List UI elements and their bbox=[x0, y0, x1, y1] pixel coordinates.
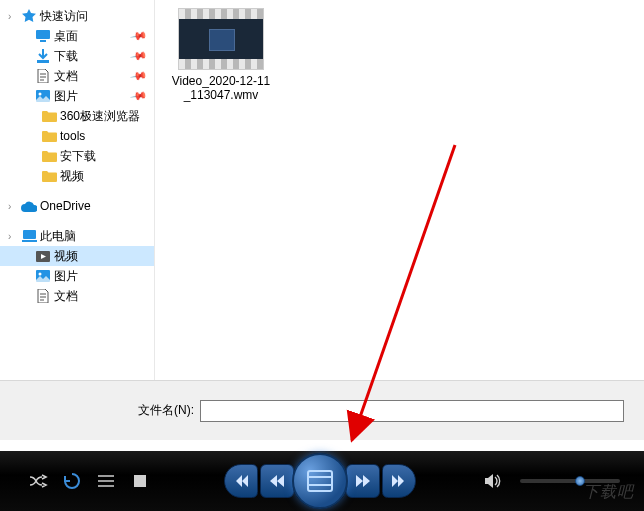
sidebar-item-label: 文档 bbox=[52, 68, 78, 85]
sidebar-item-label: 此电脑 bbox=[38, 228, 76, 245]
rewind-button[interactable] bbox=[260, 464, 294, 498]
folder-icon bbox=[40, 170, 58, 182]
desktop-icon bbox=[34, 30, 52, 42]
sidebar-item-label: 视频 bbox=[52, 248, 78, 265]
pin-icon: 📌 bbox=[130, 47, 149, 66]
cloud-icon bbox=[20, 201, 38, 212]
sidebar-item-5[interactable]: 360极速浏览器 bbox=[0, 106, 154, 126]
repeat-button[interactable] bbox=[58, 467, 86, 495]
sidebar-item-label: 视频 bbox=[58, 168, 84, 185]
sidebar: ›快速访问桌面📌下载📌文档📌图片📌360极速浏览器tools安下载视频›OneD… bbox=[0, 0, 155, 380]
document-icon bbox=[34, 69, 52, 83]
forward-button[interactable] bbox=[346, 464, 380, 498]
sidebar-item-label: 快速访问 bbox=[38, 8, 88, 25]
sidebar-item-label: 文档 bbox=[52, 288, 78, 305]
file-explorer: ›快速访问桌面📌下载📌文档📌图片📌360极速浏览器tools安下载视频›OneD… bbox=[0, 0, 644, 380]
next-button[interactable] bbox=[382, 464, 416, 498]
computer-icon bbox=[20, 230, 38, 242]
sidebar-item-10[interactable]: ›此电脑 bbox=[0, 226, 154, 246]
videos-icon bbox=[34, 251, 52, 262]
volume-thumb[interactable] bbox=[575, 476, 585, 486]
file-list: Video_2020-12-11_113047.wmv bbox=[155, 0, 644, 380]
sidebar-item-9[interactable]: ›OneDrive bbox=[0, 196, 154, 216]
pictures-icon bbox=[34, 90, 52, 102]
library-button[interactable] bbox=[292, 453, 348, 509]
expand-icon[interactable]: › bbox=[8, 11, 20, 22]
sidebar-item-label: 下载 bbox=[52, 48, 78, 65]
svg-rect-1 bbox=[40, 40, 46, 42]
pictures-icon bbox=[34, 270, 52, 282]
expand-icon[interactable]: › bbox=[8, 231, 20, 242]
folder-icon bbox=[40, 110, 58, 122]
sidebar-item-8[interactable]: 视频 bbox=[0, 166, 154, 186]
pin-icon: 📌 bbox=[130, 67, 149, 86]
sidebar-item-label: 360极速浏览器 bbox=[58, 108, 140, 125]
sidebar-item-11[interactable]: 视频 bbox=[0, 246, 154, 266]
sidebar-item-7[interactable]: 安下载 bbox=[0, 146, 154, 166]
sidebar-item-label: 安下载 bbox=[58, 148, 96, 165]
svg-rect-4 bbox=[23, 230, 36, 239]
filename-input[interactable] bbox=[200, 400, 624, 422]
sidebar-item-label: tools bbox=[58, 129, 85, 143]
file-item[interactable]: Video_2020-12-11_113047.wmv bbox=[171, 8, 271, 102]
sidebar-item-2[interactable]: 下载📌 bbox=[0, 46, 154, 66]
svg-rect-0 bbox=[36, 30, 50, 39]
sidebar-item-label: 图片 bbox=[52, 88, 78, 105]
folder-icon bbox=[40, 150, 58, 162]
pin-icon: 📌 bbox=[130, 87, 149, 106]
sidebar-item-1[interactable]: 桌面📌 bbox=[0, 26, 154, 46]
filename-label: 文件名(N): bbox=[0, 402, 200, 419]
star-icon bbox=[20, 9, 38, 23]
volume-slider[interactable] bbox=[520, 479, 620, 483]
sidebar-item-4[interactable]: 图片📌 bbox=[0, 86, 154, 106]
sidebar-item-label: 桌面 bbox=[52, 28, 78, 45]
folder-icon bbox=[40, 130, 58, 142]
center-controls bbox=[224, 453, 416, 509]
volume-button[interactable] bbox=[480, 467, 508, 495]
svg-rect-8 bbox=[134, 475, 146, 487]
sidebar-item-0[interactable]: ›快速访问 bbox=[0, 6, 154, 26]
previous-button[interactable] bbox=[224, 464, 258, 498]
sidebar-item-13[interactable]: 文档 bbox=[0, 286, 154, 306]
video-thumbnail bbox=[178, 8, 264, 70]
document-icon bbox=[34, 289, 52, 303]
filename-bar: 文件名(N): bbox=[0, 380, 644, 440]
sidebar-item-3[interactable]: 文档📌 bbox=[0, 66, 154, 86]
shuffle-button[interactable] bbox=[24, 467, 52, 495]
file-name: Video_2020-12-11_113047.wmv bbox=[171, 74, 271, 102]
player-bar bbox=[0, 451, 644, 511]
sidebar-item-6[interactable]: tools bbox=[0, 126, 154, 146]
download-icon bbox=[34, 49, 52, 63]
volume-control bbox=[480, 467, 620, 495]
stop-button[interactable] bbox=[126, 467, 154, 495]
svg-point-7 bbox=[39, 273, 42, 276]
sidebar-item-12[interactable]: 图片 bbox=[0, 266, 154, 286]
list-button[interactable] bbox=[92, 467, 120, 495]
sidebar-item-label: OneDrive bbox=[38, 199, 91, 213]
pin-icon: 📌 bbox=[130, 27, 149, 46]
expand-icon[interactable]: › bbox=[8, 201, 20, 212]
svg-point-3 bbox=[39, 93, 42, 96]
sidebar-item-label: 图片 bbox=[52, 268, 78, 285]
library-icon bbox=[307, 470, 333, 492]
